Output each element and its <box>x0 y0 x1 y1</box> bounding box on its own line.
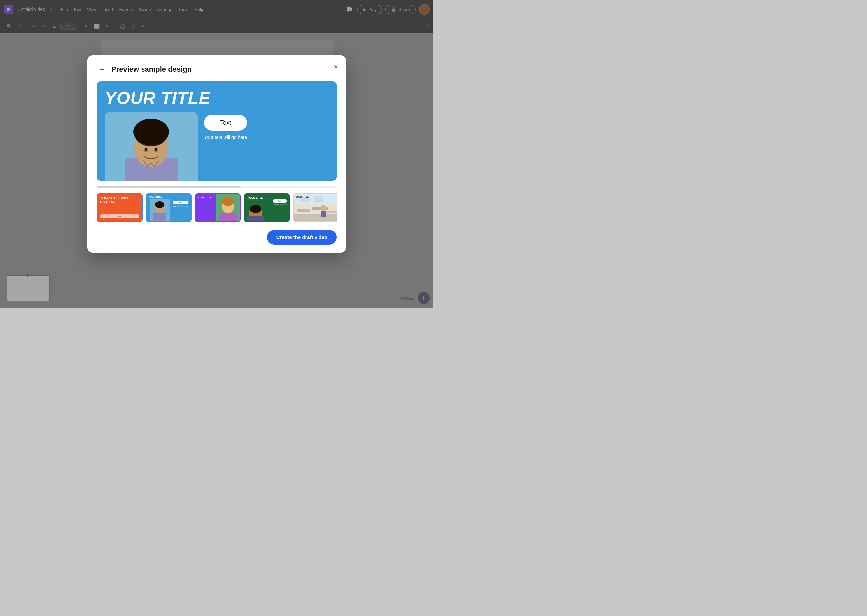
modal-header: ← Preview sample design <box>97 64 337 74</box>
svg-rect-24 <box>297 209 310 212</box>
svg-point-14 <box>155 201 164 208</box>
svg-rect-30 <box>294 214 337 222</box>
svg-rect-15 <box>153 213 166 221</box>
preview-title: YOUR TITLE <box>105 90 329 107</box>
thumb-5-title: YOUR TITLE <box>296 196 309 198</box>
svg-point-10 <box>145 148 148 151</box>
preview-body: Text Your text will go here <box>105 112 329 181</box>
preview-subtext: Your text will go here <box>204 135 247 140</box>
scroll-bar-thumb <box>97 186 241 188</box>
svg-rect-21 <box>247 216 264 221</box>
thumb-5-title-block: YOUR TITLE <box>296 196 309 198</box>
svg-point-31 <box>321 205 326 211</box>
svg-point-7 <box>133 119 169 145</box>
modal-overlay: ← Preview sample design × YOUR TITLE <box>0 0 434 308</box>
person-svg <box>105 112 197 181</box>
thumb-2-title: YOUR TITLE <box>148 196 162 198</box>
template-thumb-2[interactable]: YOUR TITLE Text Your text will go here <box>146 193 192 222</box>
thumb-3-left: YOUR TITLE <box>195 194 216 221</box>
thumb-3-person-svg <box>216 194 240 221</box>
template-thumb-4[interactable]: YOUR TITLE Text Your text goes here <box>244 193 290 222</box>
preview-person-image <box>105 112 197 181</box>
thumb-1-content: YOUR TITLE WILLGO HERE <box>98 194 142 207</box>
modal-footer: Create the draft video <box>97 230 337 245</box>
thumb-2-person-svg <box>150 199 170 221</box>
thumb-1-bar: Text <box>100 214 139 218</box>
scroll-bar-container[interactable] <box>97 186 337 188</box>
thumb-2-right: Text Your text will go here <box>173 201 188 207</box>
modal-title: Preview sample design <box>111 65 192 74</box>
template-thumb-3[interactable]: YOUR TITLE <box>195 193 241 222</box>
svg-point-18 <box>222 197 234 206</box>
template-thumb-5[interactable]: YOUR TITLE <box>293 193 337 222</box>
thumb-2-sub: Your text will go here <box>173 205 188 207</box>
thumb-5-bg-svg <box>294 194 337 222</box>
svg-rect-29 <box>314 196 323 202</box>
preview-card: YOUR TITLE <box>97 82 337 181</box>
svg-point-22 <box>249 205 262 213</box>
thumb-2-pill: Text <box>173 201 188 204</box>
thumb-1-bar-text: Text <box>118 215 121 217</box>
svg-point-11 <box>155 148 158 151</box>
thumb-1-title: YOUR TITLE WILLGO HERE <box>100 196 139 204</box>
thumb-4-sub: Your text goes here <box>273 204 287 206</box>
thumb-2-person <box>150 199 170 221</box>
thumb-4-pill: Text <box>273 200 287 203</box>
svg-rect-19 <box>219 213 236 221</box>
thumbnail-strip: YOUR TITLE WILLGO HERE Text YOUR TITLE <box>97 193 337 225</box>
template-thumb-1[interactable]: YOUR TITLE WILLGO HERE Text <box>97 193 142 222</box>
create-draft-button[interactable]: Create the draft video <box>267 230 337 245</box>
thumb-4-person-svg <box>244 203 266 221</box>
close-button[interactable]: × <box>334 63 338 71</box>
preview-right: Text Your text will go here <box>204 112 247 181</box>
thumb-4-title: YOUR TITLE <box>247 196 286 200</box>
modal-dialog: ← Preview sample design × YOUR TITLE <box>87 55 346 253</box>
thumb-3-right <box>216 194 240 221</box>
thumb-4-person <box>244 203 266 221</box>
back-button[interactable]: ← <box>97 64 107 74</box>
svg-rect-32 <box>321 211 326 217</box>
thumb-4-right: Text Your text goes here <box>273 200 287 206</box>
thumb-3-title: YOUR TITLE <box>198 196 214 199</box>
text-pill: Text <box>204 115 247 131</box>
